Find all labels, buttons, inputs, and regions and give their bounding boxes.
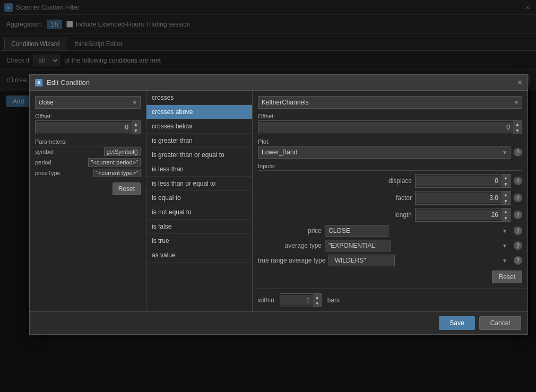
inputs-section: Inputs: displace ▲ ▼ ? — [258, 163, 522, 266]
plot-select[interactable]: Lower_Band Upper_Band Middle_Band — [258, 146, 511, 159]
left-panel: close ▼ Offset: ▲ ▼ Parameters: — [30, 91, 146, 311]
input-row-average-type: average type "EXPONENTIAL" "SIMPLE" "WIL… — [258, 240, 522, 251]
price-dropdown-arrow: ▼ — [502, 228, 507, 234]
within-input[interactable] — [280, 295, 313, 306]
condition-item-is-false[interactable]: is false — [146, 220, 252, 234]
input-val-wrapper-factor: ▲ ▼ — [415, 191, 511, 205]
left-offset-label: Offset: — [35, 113, 141, 119]
input-price-select[interactable]: CLOSE OPEN HIGH LOW — [325, 225, 388, 237]
within-input-wrapper: ▲ ▼ — [280, 293, 322, 307]
input-name-price: price — [258, 227, 322, 234]
left-offset-spinner: ▲ ▼ — [35, 120, 141, 134]
right-offset-decrement[interactable]: ▼ — [513, 127, 522, 134]
factor-decrement[interactable]: ▼ — [502, 198, 510, 204]
right-offset-input[interactable] — [258, 122, 513, 133]
right-reset-button[interactable]: Reset — [492, 271, 522, 283]
within-increment[interactable]: ▲ — [313, 294, 322, 300]
modal-overlay: S Edit Condition × close ▼ Offset: — [0, 0, 536, 392]
plot-label: Plot: — [258, 138, 522, 145]
condition-item-is-less-than-or-equal[interactable]: is less than or equal to — [146, 177, 252, 191]
input-true-range-average-type-select[interactable]: "WILDERS" "SIMPLE" "EXPONENTIAL" — [328, 255, 395, 266]
length-decrement[interactable]: ▼ — [502, 215, 510, 221]
condition-item-crosses-above[interactable]: crosses above — [146, 105, 252, 119]
factor-increment[interactable]: ▲ — [502, 191, 510, 198]
displace-decrement[interactable]: ▼ — [502, 181, 510, 187]
modal-body: close ▼ Offset: ▲ ▼ Parameters: — [30, 91, 528, 311]
input-true-range-select-wrap: "WILDERS" "SIMPLE" "EXPONENTIAL" ▼ — [328, 255, 511, 266]
input-name-average-type: average type — [258, 242, 322, 249]
param-name-period: period — [35, 159, 51, 165]
input-factor[interactable] — [416, 193, 502, 203]
plot-row: Lower_Band Upper_Band Middle_Band ▼ ? — [258, 146, 522, 159]
right-panel: KeltnerChannels ▼ Offset: ▲ ▼ — [253, 91, 528, 311]
input-row-price: price CLOSE OPEN HIGH LOW ▼ ? — [258, 225, 522, 237]
cancel-button[interactable]: Cancel — [479, 316, 521, 330]
condition-item-is-equal-to[interactable]: is equal to — [146, 191, 252, 205]
condition-item-crosses-below[interactable]: crosses below — [146, 119, 252, 134]
input-val-wrapper-displace: ▲ ▼ — [415, 174, 511, 188]
condition-item-is-true[interactable]: is true — [146, 234, 252, 248]
input-row-displace: displace ▲ ▼ ? — [258, 174, 522, 188]
within-bar: within ▲ ▼ bars — [253, 289, 528, 311]
input-displace[interactable] — [416, 176, 502, 186]
left-symbol-select[interactable]: close — [35, 96, 141, 109]
right-panel-scroll: KeltnerChannels ▼ Offset: ▲ ▼ — [253, 91, 528, 289]
param-row-pricetype: priceType "<current type>" — [35, 168, 141, 178]
factor-help-icon[interactable]: ? — [514, 194, 522, 202]
modal-title: Edit Condition — [47, 79, 517, 86]
modal-close-button[interactable]: × — [517, 78, 522, 88]
inputs-label: Inputs: — [258, 163, 522, 171]
bars-label: bars — [327, 297, 340, 304]
right-indicator-dropdown-wrapper: KeltnerChannels ▼ — [258, 96, 522, 109]
input-name-length: length — [348, 211, 412, 219]
condition-item-is-less-than[interactable]: is less than — [146, 162, 252, 177]
left-offset-section: Offset: ▲ ▼ — [35, 113, 141, 134]
edit-condition-modal: S Edit Condition × close ▼ Offset: — [29, 74, 528, 335]
left-reset-button[interactable]: Reset — [113, 182, 141, 195]
param-value-pricetype[interactable]: "<current type>" — [93, 169, 141, 177]
input-name-displace: displace — [348, 177, 412, 185]
param-row-period: period "<current period>" — [35, 157, 141, 168]
condition-item-is-greater-than[interactable]: is greater than — [146, 134, 252, 148]
input-price-select-wrap: CLOSE OPEN HIGH LOW ▼ — [325, 225, 511, 237]
input-val-wrapper-length: ▲ ▼ — [415, 208, 511, 222]
condition-item-as-value[interactable]: as value — [146, 248, 252, 263]
condition-item-crosses[interactable]: crosses — [146, 91, 252, 105]
displace-increment[interactable]: ▲ — [502, 175, 510, 181]
input-length[interactable] — [416, 210, 502, 220]
param-value-period[interactable]: "<current period>" — [88, 158, 141, 167]
input-name-true-range-average-type: true range average type — [258, 257, 325, 264]
left-offset-input[interactable] — [36, 122, 132, 133]
param-value-symbol[interactable]: getSymbol() — [104, 147, 141, 156]
modal-header: S Edit Condition × — [30, 75, 528, 91]
average-type-help-icon[interactable]: ? — [514, 241, 522, 250]
left-offset-increment[interactable]: ▲ — [132, 121, 140, 127]
condition-item-is-not-equal-to[interactable]: is not equal to — [146, 205, 252, 220]
right-offset-increment[interactable]: ▲ — [513, 121, 522, 127]
within-decrement[interactable]: ▼ — [313, 300, 322, 307]
within-spinner-buttons: ▲ ▼ — [313, 294, 322, 307]
middle-panel: crosses crosses above crosses below is g… — [146, 91, 253, 311]
input-average-type-select[interactable]: "EXPONENTIAL" "SIMPLE" "WILDERS" — [325, 240, 391, 251]
condition-item-is-greater-than-or-equal[interactable]: is greater than or equal to — [146, 148, 252, 162]
right-offset-spinner-buttons: ▲ ▼ — [513, 121, 522, 134]
left-params-section: Parameters: symbol getSymbol() period "<… — [35, 138, 141, 178]
true-range-dropdown-arrow: ▼ — [502, 258, 507, 264]
length-help-icon[interactable]: ? — [514, 211, 522, 219]
length-spinner-buttons: ▲ ▼ — [502, 208, 510, 221]
right-offset-spinner: ▲ ▼ — [258, 120, 522, 134]
input-average-type-select-wrap: "EXPONENTIAL" "SIMPLE" "WILDERS" ▼ — [325, 240, 511, 251]
true-range-help-icon[interactable]: ? — [514, 256, 522, 265]
length-increment[interactable]: ▲ — [502, 208, 510, 215]
displace-help-icon[interactable]: ? — [514, 177, 522, 185]
price-help-icon[interactable]: ? — [514, 227, 522, 235]
input-row-length: length ▲ ▼ ? — [258, 208, 522, 222]
average-type-dropdown-arrow: ▼ — [502, 243, 507, 249]
left-offset-decrement[interactable]: ▼ — [132, 127, 140, 134]
left-offset-spinner-buttons: ▲ ▼ — [132, 121, 140, 134]
right-offset-section: Offset: ▲ ▼ — [258, 113, 522, 134]
displace-spinner-buttons: ▲ ▼ — [502, 175, 510, 187]
right-indicator-select[interactable]: KeltnerChannels — [258, 96, 522, 109]
save-button[interactable]: Save — [439, 316, 474, 330]
plot-help-icon[interactable]: ? — [514, 148, 522, 156]
